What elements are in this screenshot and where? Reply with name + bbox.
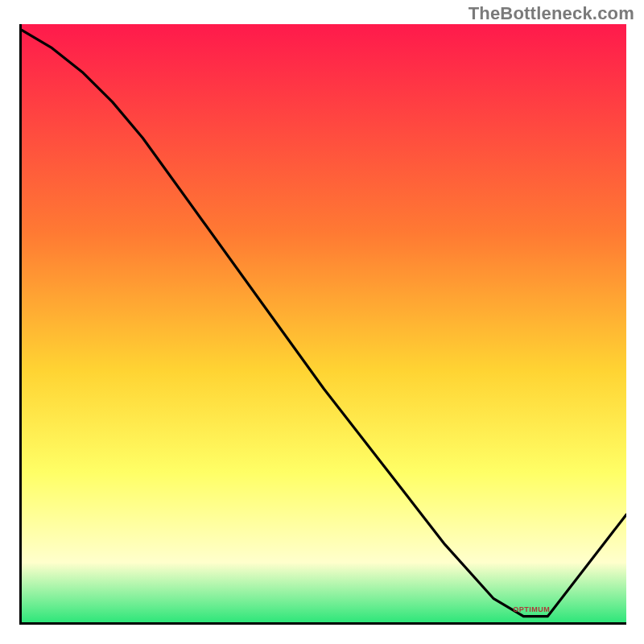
plot-area [22,24,626,622]
watermark-text: TheBottleneck.com [469,3,634,24]
chart-stage: TheBottleneck.com OPTIMUM [0,0,644,644]
optimum-label: OPTIMUM [513,605,550,613]
gradient-background [22,24,626,622]
